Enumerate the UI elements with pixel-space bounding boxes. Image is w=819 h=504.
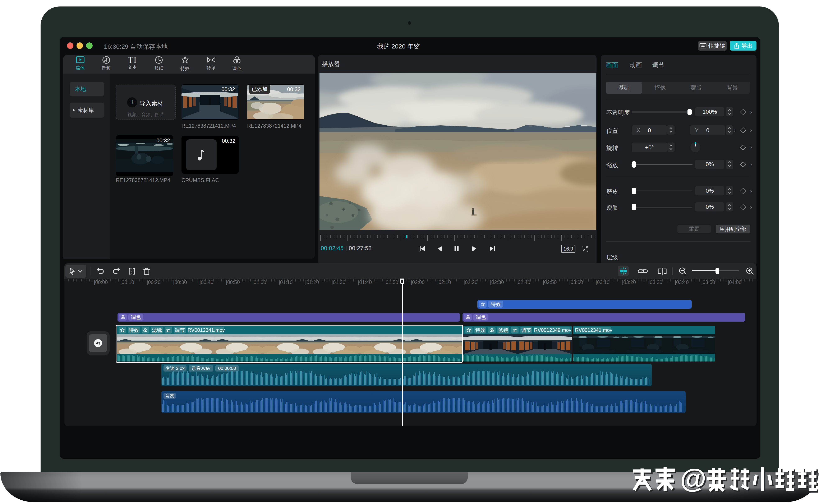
svg-text:@: @ (680, 466, 706, 493)
